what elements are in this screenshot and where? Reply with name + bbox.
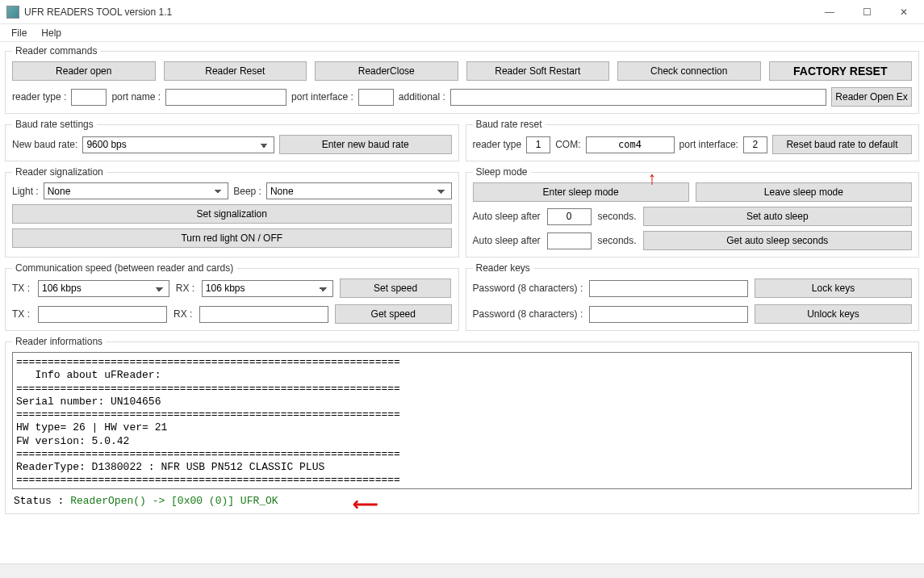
- reader-info-legend: Reader informations: [12, 336, 106, 347]
- status-value: ReaderOpen() -> [0x00 (0)] UFR_OK: [70, 495, 278, 507]
- light-select[interactable]: None: [44, 182, 229, 199]
- com-label: COM:: [555, 139, 580, 150]
- baud-reset-port-interface-input[interactable]: [743, 136, 767, 153]
- reader-close-button[interactable]: ReaderClose: [315, 61, 458, 81]
- get-auto-sleep-button[interactable]: Get auto sleep seconds: [643, 231, 912, 250]
- status-bar: [0, 563, 924, 578]
- rx-output[interactable]: [199, 306, 328, 323]
- auto-sleep-label-2: Auto sleep after: [473, 235, 541, 246]
- new-baud-rate-label: New baud rate:: [12, 139, 77, 150]
- light-label: Light :: [12, 186, 39, 197]
- window-title: UFR READERS TOOL version 1.1: [24, 6, 811, 18]
- baud-reset-port-interface-label: port interface:: [679, 139, 738, 150]
- baud-rate-select[interactable]: 9600 bps: [82, 136, 274, 153]
- enter-baud-rate-button[interactable]: Enter new baud rate: [279, 135, 452, 154]
- info-log[interactable]: ========================================…: [12, 352, 912, 489]
- sleep-mode-group: Sleep mode Enter sleep mode Leave sleep …: [466, 166, 920, 258]
- leave-sleep-button[interactable]: Leave sleep mode: [696, 182, 912, 202]
- signalization-group: Reader signalization Light : None Beep :…: [5, 166, 459, 258]
- reader-reset-button[interactable]: Reader Reset: [164, 61, 307, 81]
- comm-speed-legend: Communication speed (between reader and …: [12, 262, 236, 274]
- baud-reset-legend: Baud rate reset: [473, 119, 546, 130]
- password-input-1[interactable]: [589, 280, 748, 297]
- baud-reset-reader-type-label: reader type: [473, 139, 522, 150]
- main-content: Reader commands Reader open Reader Reset…: [0, 42, 924, 522]
- maximize-button[interactable]: ☐: [848, 0, 885, 24]
- reader-type-label: reader type :: [12, 91, 66, 103]
- app-icon: [6, 6, 19, 19]
- set-speed-button[interactable]: Set speed: [340, 279, 452, 298]
- check-connection-button[interactable]: Check connection: [617, 61, 761, 81]
- reader-info-group: Reader informations ====================…: [5, 336, 919, 514]
- beep-select[interactable]: None: [266, 182, 452, 199]
- reader-keys-group: Reader keys Password (8 characters) : Lo…: [466, 262, 920, 331]
- reader-type-input[interactable]: [71, 89, 107, 106]
- status-line: Status : ReaderOpen() -> [0x00 (0)] UFR_…: [12, 492, 912, 507]
- enter-sleep-button[interactable]: Enter sleep mode: [473, 182, 689, 202]
- port-name-input[interactable]: [165, 89, 286, 106]
- baud-reset-reader-type-input[interactable]: [526, 136, 550, 153]
- set-auto-sleep-button[interactable]: Set auto sleep: [643, 207, 912, 226]
- password-label-2: Password (8 characters) :: [473, 308, 583, 320]
- reader-commands-group: Reader commands Reader open Reader Reset…: [5, 45, 919, 114]
- get-speed-button[interactable]: Get speed: [335, 304, 452, 324]
- menu-file[interactable]: File: [6, 26, 31, 40]
- port-interface-input[interactable]: [358, 89, 394, 106]
- set-signalization-button[interactable]: Set signalization: [12, 204, 452, 224]
- reset-baud-rate-button[interactable]: Reset baud rate to default: [772, 135, 912, 154]
- red-light-toggle-button[interactable]: Turn red light ON / OFF: [12, 228, 452, 248]
- tx-select[interactable]: 106 kbps: [38, 280, 169, 297]
- reader-commands-legend: Reader commands: [12, 45, 100, 57]
- port-name-label: port name :: [111, 91, 161, 103]
- baud-settings-legend: Baud rate settings: [12, 119, 97, 130]
- reader-open-button[interactable]: Reader open: [12, 61, 156, 81]
- lock-keys-button[interactable]: Lock keys: [755, 279, 912, 298]
- tx-label-1: TX :: [12, 283, 31, 294]
- signalization-legend: Reader signalization: [12, 166, 107, 178]
- rx-label-1: RX :: [176, 283, 195, 294]
- baud-settings-group: Baud rate settings New baud rate: 9600 b…: [5, 119, 459, 161]
- additional-input[interactable]: [450, 89, 826, 106]
- comm-speed-group: Communication speed (between reader and …: [5, 262, 459, 331]
- auto-sleep-label-1: Auto sleep after: [473, 211, 541, 222]
- additional-label: additional :: [399, 91, 445, 103]
- password-label-1: Password (8 characters) :: [473, 283, 583, 294]
- menu-help[interactable]: Help: [36, 26, 66, 40]
- port-interface-label: port interface :: [291, 91, 353, 103]
- baud-reset-group: Baud rate reset reader type COM: port in…: [466, 119, 920, 161]
- reader-open-ex-button[interactable]: Reader Open Ex: [831, 87, 912, 107]
- seconds-label-1: seconds.: [598, 211, 637, 222]
- reader-soft-restart-button[interactable]: Reader Soft Restart: [466, 61, 610, 81]
- seconds-label-2: seconds.: [598, 235, 637, 246]
- tx-label-2: TX :: [12, 308, 31, 320]
- titlebar: UFR READERS TOOL version 1.1 — ☐ ✕: [0, 0, 924, 24]
- close-button[interactable]: ✕: [885, 0, 922, 24]
- status-label: Status :: [14, 495, 70, 507]
- factory-reset-button[interactable]: FACTORY RESET: [769, 61, 913, 81]
- sleep-mode-legend: Sleep mode: [473, 166, 531, 178]
- rx-label-2: RX :: [174, 308, 193, 320]
- minimize-button[interactable]: —: [811, 0, 848, 24]
- auto-sleep-input-1[interactable]: [547, 208, 592, 225]
- menubar: File Help: [0, 24, 924, 42]
- tx-output[interactable]: [38, 306, 167, 323]
- auto-sleep-input-2[interactable]: [547, 232, 592, 249]
- reader-keys-legend: Reader keys: [473, 262, 533, 274]
- password-input-2[interactable]: [589, 306, 748, 323]
- beep-label: Beep :: [233, 186, 261, 197]
- com-input[interactable]: [586, 136, 675, 153]
- rx-select[interactable]: 106 kbps: [202, 280, 333, 297]
- unlock-keys-button[interactable]: Unlock keys: [755, 304, 912, 324]
